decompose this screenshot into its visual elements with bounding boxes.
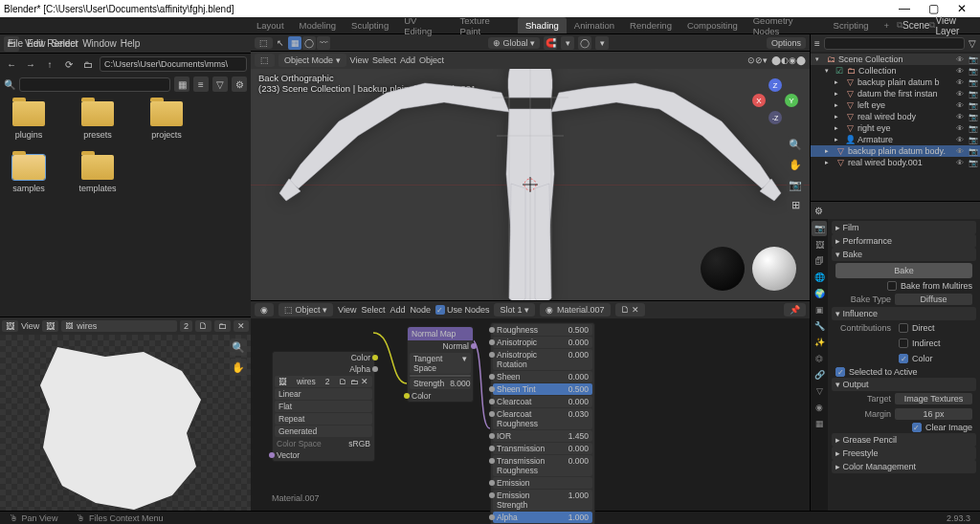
indirect-checkbox[interactable]	[899, 338, 908, 348]
search-input[interactable]	[19, 77, 170, 92]
shader-input-row[interactable]: Anisotropic0.000	[493, 337, 592, 348]
tab-object-icon[interactable]: ▣	[812, 302, 827, 317]
shader-input-row[interactable]: Emission Strength1.000	[493, 490, 592, 511]
settings-icon[interactable]: ⚙	[232, 76, 247, 92]
shader-input-row[interactable]: Clearcoat0.000	[493, 396, 592, 407]
tab-sculpting[interactable]: Sculpting	[344, 17, 396, 33]
outliner-row[interactable]: ▸▽backup plain datum body.👁📷	[811, 145, 980, 157]
shader-input-row[interactable]: Clearcoat Roughness0.030	[493, 408, 592, 429]
node-node[interactable]: Node	[410, 305, 431, 315]
uv-unlink-icon[interactable]: ✕	[234, 320, 249, 332]
section-performance[interactable]: ▸ Performance	[832, 234, 976, 248]
nav-forward-icon[interactable]: →	[23, 56, 38, 72]
proportional-icon[interactable]: ◯	[578, 36, 591, 50]
outliner-row[interactable]: ▸▽right eye👁📷	[811, 122, 980, 134]
outliner-row[interactable]: ▾☑🗀Collection👁📷	[811, 65, 980, 76]
minimize-button[interactable]: —	[890, 2, 919, 15]
menu-help[interactable]: Help	[121, 38, 141, 49]
vp-view[interactable]: View	[350, 55, 368, 65]
shader-input-row[interactable]: Anisotropic Rotation0.000	[493, 349, 592, 370]
folder-item[interactable]: presets	[77, 101, 119, 140]
vp-add[interactable]: Add	[400, 55, 415, 65]
node-select[interactable]: Select	[361, 305, 385, 315]
node-canvas[interactable]: Color Alpha 🖼wires2🗋 🗀 ✕ Linear Flat Rep…	[251, 318, 810, 511]
nav-newfolder-icon[interactable]: 🗀	[80, 56, 96, 72]
use-nodes-checkbox[interactable]: ✓Use Nodes	[435, 305, 490, 315]
outliner-row[interactable]: ▸👤Armature👁📷	[811, 134, 980, 145]
tab-viewlayer-icon[interactable]: 🗐	[812, 253, 827, 269]
display-mode-icon[interactable]: ▦	[174, 76, 189, 92]
axis-gizmo[interactable]: X Y Z -Z	[752, 78, 798, 124]
axis-y-icon[interactable]: Y	[785, 94, 798, 107]
section-output[interactable]: ▾ Output	[832, 378, 976, 391]
select-circle-icon[interactable]: ◯	[302, 36, 316, 50]
uv-open-icon[interactable]: 🗀	[214, 320, 231, 332]
tab-texture-paint[interactable]: Texture Paint	[453, 12, 518, 39]
section-freestyle[interactable]: ▸ Freestyle	[832, 447, 976, 460]
uv-canvas[interactable]: 🔍 ✋	[0, 335, 251, 511]
vp-object[interactable]: Object	[419, 55, 444, 65]
mode-dropdown[interactable]: Object Mode ▾	[278, 54, 346, 67]
margin-input[interactable]: 16 px	[895, 408, 972, 420]
tab-particles-icon[interactable]: ✨	[812, 335, 827, 350]
direct-checkbox[interactable]	[899, 323, 908, 333]
nav-refresh-icon[interactable]: ⟳	[61, 56, 77, 72]
vp-zoom-icon[interactable]: 🔍	[787, 136, 804, 153]
select-lasso-icon[interactable]: 〰	[317, 36, 330, 50]
section-influence[interactable]: ▾ Influence	[832, 307, 976, 320]
outliner-search[interactable]	[824, 37, 965, 50]
tab-add[interactable]: +	[877, 17, 898, 33]
color-checkbox[interactable]: ✓	[899, 354, 908, 363]
tab-rendering[interactable]: Rendering	[622, 17, 679, 33]
shader-input-row[interactable]: IOR1.450	[493, 430, 592, 442]
tab-texture-icon[interactable]: ▦	[812, 416, 827, 431]
vp-select[interactable]: Select	[372, 55, 396, 65]
tab-modifier-icon[interactable]: 🔧	[812, 318, 827, 334]
tab-compositing[interactable]: Compositing	[679, 17, 746, 33]
axis-z-icon[interactable]: Z	[768, 78, 782, 92]
folder-item[interactable]: projects	[145, 101, 188, 140]
outliner-row[interactable]: ▸▽datum the first instan👁📷	[811, 88, 980, 99]
outliner-row[interactable]: ▸▽backup plain datum b👁📷	[811, 76, 980, 88]
vp-perspective-icon[interactable]: ⊞	[787, 196, 804, 213]
tab-modeling[interactable]: Modeling	[292, 17, 345, 33]
uv-new-icon[interactable]: 🗋	[195, 320, 212, 332]
uv-image-name[interactable]: 🖼wires	[61, 320, 177, 332]
close-button[interactable]: ✕	[947, 2, 976, 15]
outliner-row[interactable]: ▾🗂Scene Collection👁📷	[811, 54, 980, 65]
bake-button[interactable]: Bake	[835, 263, 972, 278]
slot-dropdown[interactable]: Slot 1 ▾	[494, 303, 535, 317]
overlay-toggles[interactable]: ⊙⊘▾	[747, 55, 768, 65]
menu-window[interactable]: Window	[82, 38, 117, 49]
shader-input-row[interactable]: Alpha1.000	[493, 512, 592, 523]
tab-geometry-nodes[interactable]: Geometry Nodes	[746, 12, 826, 39]
tab-render-icon[interactable]: 📷	[812, 221, 827, 236]
shader-input-row[interactable]: Roughness0.500	[493, 324, 592, 336]
shader-input-row[interactable]: Transmission Roughness0.000	[493, 455, 592, 476]
shader-input-row[interactable]: Transmission0.000	[493, 443, 592, 454]
outliner-row[interactable]: ▸▽left eye👁📷	[811, 99, 980, 111]
material-buttons[interactable]: 🗋 ✕	[615, 303, 646, 317]
maximize-button[interactable]: ▢	[919, 2, 947, 15]
snap-type-icon[interactable]: ▾	[561, 36, 574, 50]
outliner-type-icon[interactable]: ≡	[814, 38, 820, 49]
tab-output-icon[interactable]: 🖼	[812, 237, 827, 252]
uv-hand-icon[interactable]: ✋	[230, 359, 247, 376]
bake-type-dropdown[interactable]: Diffuse	[895, 294, 972, 305]
shader-input-row[interactable]: Emission	[493, 477, 592, 489]
pin-icon[interactable]: 📌	[784, 303, 806, 317]
vp-move-icon[interactable]: ✋	[787, 156, 804, 173]
selected-to-active-checkbox[interactable]: ✓	[835, 367, 845, 377]
outliner-row[interactable]: ▸▽real wired body👁📷	[811, 111, 980, 122]
tab-uv-editing[interactable]: UV Editing	[396, 12, 452, 39]
node-editor-type-icon[interactable]: ◉	[255, 303, 274, 317]
menu-render[interactable]: Render	[47, 38, 78, 49]
uv-view[interactable]: View	[21, 321, 39, 331]
nav-up-icon[interactable]: ↑	[42, 56, 57, 72]
vp-cursor-icon[interactable]: ↖	[277, 38, 284, 48]
section-color-management[interactable]: ▸ Color Management	[832, 460, 976, 473]
node-image-texture[interactable]: Color Alpha 🖼wires2🗋 🗀 ✕ Linear Flat Rep…	[272, 351, 375, 462]
node-data-dropdown[interactable]: ⬚ Object ▾	[278, 303, 333, 317]
menu-edit[interactable]: Edit	[27, 38, 43, 49]
menu-file[interactable]: File	[8, 38, 23, 49]
